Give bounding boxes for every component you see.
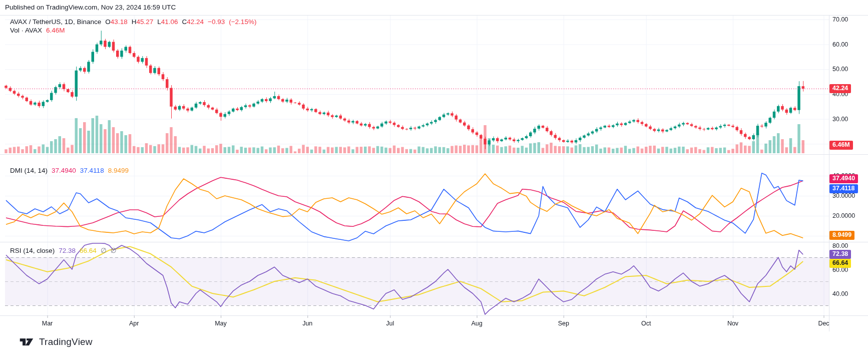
adx-value: 37.4940 <box>52 167 76 174</box>
low-value: 41.06 <box>161 18 178 26</box>
time-axis-label-nov: Nov <box>727 320 738 327</box>
dmi-tick: 20.0000 <box>832 212 855 219</box>
adx-badge: 37.4940 <box>829 174 858 183</box>
close-value: 42.24 <box>187 18 204 26</box>
change-value: −0.93 <box>208 18 225 26</box>
dmi-title: DMI (14, 14) <box>10 167 48 174</box>
time-axis-label-sep: Sep <box>558 320 569 327</box>
time-axis-label-may: May <box>215 320 227 327</box>
rsi-tick: 80.00 <box>832 242 848 249</box>
volume-value: 6.46M <box>46 27 65 34</box>
tradingview-logo-icon[interactable] <box>19 336 34 347</box>
time-scale[interactable] <box>0 315 829 331</box>
symbol-title: AVAX / TetherUS, 1D, Binance <box>10 18 101 26</box>
open-value: 43.18 <box>111 18 128 26</box>
price-tick: 60.00 <box>832 41 848 48</box>
footer-brand[interactable]: TradingView <box>39 336 93 347</box>
volume-label: Vol · AVAX <box>10 27 42 34</box>
high-value: 45.27 <box>136 18 153 26</box>
minus-di-value: 8.9499 <box>108 167 129 174</box>
rsi-upper-band-value: ∅ <box>101 246 107 254</box>
published-bar: Published on TradingView.com, Nov 23, 20… <box>5 4 176 11</box>
plus-di-badge: 37.4118 <box>829 184 858 193</box>
dmi-tick: 30.0000 <box>832 192 855 199</box>
rsi-legend[interactable]: RSI (14, close) 72.38 66.64 ∅ ∅ <box>10 246 117 254</box>
volume-legend[interactable]: Vol · AVAX 6.46M <box>10 27 66 34</box>
close-label: C42.24 <box>182 18 204 26</box>
symbol-legend[interactable]: AVAX / TetherUS, 1D, Binance O43.18 H45.… <box>10 18 257 26</box>
rsi-tick: 40.00 <box>832 290 848 297</box>
rsi-ma-badge: 66.64 <box>829 259 851 268</box>
time-axis-label-oct: Oct <box>641 320 651 327</box>
rsi-title: RSI (14, close) <box>10 247 55 254</box>
rsi-ma-value: 66.64 <box>80 247 97 254</box>
time-axis-label-apr: Apr <box>129 320 139 327</box>
price-tick: 50.00 <box>832 66 848 73</box>
rsi-lower-band-value: ∅ <box>111 246 117 254</box>
time-axis-label-dec: Dec <box>818 320 829 327</box>
footer-bar: TradingView <box>0 331 868 352</box>
time-axis-label-mar: Mar <box>42 320 53 327</box>
high-label: H45.27 <box>132 18 154 26</box>
time-axis-label-aug: Aug <box>471 320 482 327</box>
rsi-badge: 72.38 <box>829 250 851 259</box>
price-tick: 70.00 <box>832 16 848 23</box>
low-label: L41.06 <box>157 18 178 26</box>
time-axis-label-jun: Jun <box>302 320 312 327</box>
volume-badge: 6.46M <box>829 141 853 150</box>
chart-plot-canvas[interactable] <box>0 0 868 352</box>
minus-di-badge: 8.9499 <box>829 231 854 240</box>
price-tick: 30.00 <box>832 116 848 123</box>
dmi-legend[interactable]: DMI (14, 14) 37.4940 37.4118 8.9499 <box>10 167 130 174</box>
plus-di-value: 37.4118 <box>80 167 104 174</box>
time-axis-label-jul: Jul <box>386 320 394 327</box>
last-price-badge: 42.24 <box>829 84 851 93</box>
tradingview-published-chart: Published on TradingView.com, Nov 23, 20… <box>0 0 868 352</box>
rsi-value: 72.38 <box>59 247 76 254</box>
change-pct-value: (−2.15%) <box>229 18 256 26</box>
open-label: O43.18 <box>105 18 127 26</box>
